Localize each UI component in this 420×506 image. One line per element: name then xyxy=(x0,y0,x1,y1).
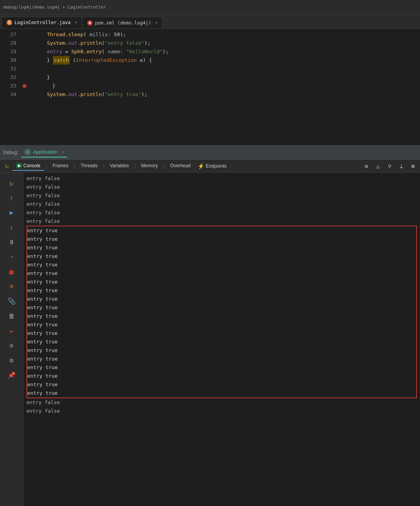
toolbar-right-icons: ≡ △ ▽ ⊥ ⊞ xyxy=(361,161,418,172)
debug-application-tab[interactable]: Application × xyxy=(21,147,67,158)
sidebar-down-btn[interactable]: ↓ xyxy=(5,220,19,234)
tab-frames[interactable]: Frames xyxy=(49,161,72,171)
sep2: | xyxy=(72,163,77,169)
sidebar-bookmark-btn[interactable]: 📎 xyxy=(5,294,19,308)
menu-button[interactable]: ≡ xyxy=(361,161,372,172)
tab-pom-xml[interactable]: m pom.xml (demo.log4j) × xyxy=(82,17,163,28)
code-line-27: Thread.sleep( millis: 50); xyxy=(23,30,417,39)
console-line-true-15: entry true xyxy=(27,346,416,355)
rerun-button[interactable]: ↻ xyxy=(2,161,12,172)
debug-toolbar: ↻ ▶ Console | Frames | Threads | Variabl… xyxy=(0,159,420,173)
highlighted-true-block: entry true entry true entry true entry t… xyxy=(26,226,417,398)
endpoints-label: Endpoints xyxy=(206,163,226,169)
editor-tab-bar: C LoginController.java × m pom.xml (demo… xyxy=(0,15,420,29)
console-line-true-1: entry true xyxy=(27,226,416,235)
memory-label: Memory xyxy=(141,163,158,168)
console-line-true-8: entry true xyxy=(27,286,416,295)
console-line-false-post-1: entry false xyxy=(26,398,417,407)
debug-sidebar: ↻ ↑ ▶ ↓ ⏸ ⇒ ■ ⊙ 📎 🗑 ✏ ⊙ ⚙ 📌 xyxy=(0,173,23,506)
code-line-28: System.out.println("entry false"); xyxy=(23,39,417,47)
tab-variables[interactable]: Variables xyxy=(106,161,133,171)
tab-console[interactable]: ▶ Console xyxy=(12,161,44,171)
nav-breadcrumb: debug/log4j/demo.log4j > LoginController xyxy=(3,5,106,10)
endpoints-button[interactable]: ⚡ Endpoints xyxy=(194,161,229,171)
maven-icon: m xyxy=(87,20,93,26)
tab-login-close[interactable]: × xyxy=(75,20,77,25)
code-line-31 xyxy=(23,65,417,73)
code-line-32: } xyxy=(23,73,417,82)
debug-tab-label: Application xyxy=(33,149,58,155)
tab-pom-close[interactable]: × xyxy=(155,20,158,25)
code-line-33: } xyxy=(23,82,417,90)
console-line-true-11: entry true xyxy=(27,312,416,320)
expand-button[interactable]: ⊞ xyxy=(408,161,418,172)
up-scroll-button[interactable]: △ xyxy=(373,161,383,172)
application-icon xyxy=(24,149,31,155)
sep1: | xyxy=(44,163,49,169)
sep3: | xyxy=(102,163,106,169)
variables-label: Variables xyxy=(110,163,129,168)
tab-threads[interactable]: Threads xyxy=(77,161,102,171)
console-line-false-post-2: entry false xyxy=(26,407,417,415)
code-line-30: } catch (InterruptedException e) { xyxy=(23,56,417,65)
sidebar-edit-btn[interactable]: ✏ xyxy=(5,324,19,338)
console-line-true-2: entry true xyxy=(27,235,416,243)
sidebar-refresh-btn[interactable]: ↻ xyxy=(5,176,19,190)
console-line-true-5: entry true xyxy=(27,261,416,269)
console-line-false-pre-6: entry false xyxy=(26,217,417,226)
console-line-true-10: entry true xyxy=(27,303,416,312)
main-area: ↻ ↑ ▶ ↓ ⏸ ⇒ ■ ⊙ 📎 🗑 ✏ ⊙ ⚙ 📌 entry false … xyxy=(0,173,420,506)
sidebar-pause-btn[interactable]: ⏸ xyxy=(5,235,19,249)
console-icon: ▶ xyxy=(16,163,22,168)
sidebar-camera-btn[interactable]: ⊙ xyxy=(5,279,19,293)
frames-label: Frames xyxy=(52,163,68,168)
console-line-false-pre-1: entry false xyxy=(26,174,417,183)
code-lines: Thread.sleep( millis: 50); System.out.pr… xyxy=(19,29,420,145)
threads-label: Threads xyxy=(80,163,98,168)
sidebar-up-btn[interactable]: ↑ xyxy=(5,191,19,205)
console-tab-area: ↻ ▶ Console | Frames | Threads | Variabl… xyxy=(2,161,418,172)
java-icon: C xyxy=(7,20,12,25)
sep5: | xyxy=(162,163,166,169)
sidebar-snapshot-btn[interactable]: ⊙ xyxy=(5,338,19,352)
tab-memory[interactable]: Memory xyxy=(137,161,162,171)
code-line-34: System.out.println("entry true"); xyxy=(23,90,417,99)
tab-login-controller[interactable]: C LoginController.java × xyxy=(2,17,82,28)
console-output[interactable]: entry false entry false entry false entr… xyxy=(23,173,420,506)
console-line-true-16: entry true xyxy=(27,355,416,363)
console-line-true-17: entry true xyxy=(27,363,416,372)
overhead-label: Overhead xyxy=(170,163,191,168)
console-line-false-pre-5: entry false xyxy=(26,208,417,217)
top-nav-bar: debug/log4j/demo.log4j > LoginController xyxy=(0,0,420,15)
tab-overhead[interactable]: Overhead xyxy=(166,161,194,171)
sidebar-resume-btn[interactable]: ▶ xyxy=(5,205,19,219)
console-line-true-13: entry true xyxy=(27,329,416,338)
console-line-true-7: entry true xyxy=(27,278,416,286)
console-line-true-9: entry true xyxy=(27,295,416,303)
console-line-true-14: entry true xyxy=(27,338,416,346)
sidebar-trash-btn[interactable]: 🗑 xyxy=(5,309,19,323)
console-line-false-pre-4: entry false xyxy=(26,200,417,208)
sidebar-step-btn[interactable]: ⇒ xyxy=(5,250,19,264)
sidebar-pin-btn[interactable]: 📌 xyxy=(5,368,19,382)
sidebar-stop-btn[interactable]: ■ xyxy=(5,264,19,278)
endpoints-icon: ⚡ xyxy=(198,163,204,169)
sidebar-settings-btn[interactable]: ⚙ xyxy=(5,353,19,367)
console-line-true-3: entry true xyxy=(27,243,416,252)
console-line-true-6: entry true xyxy=(27,269,416,278)
debug-bar: Debug: Application × xyxy=(0,145,420,159)
console-tab-label: Console xyxy=(23,163,40,168)
line-numbers: 27 28 29 30 31 32 33 34 xyxy=(0,29,19,145)
console-line-true-12: entry true xyxy=(27,320,416,329)
console-line-true-19: entry true xyxy=(27,380,416,389)
pin-button[interactable]: ⊥ xyxy=(396,161,407,172)
console-line-false-pre-2: entry false xyxy=(26,183,417,191)
code-line-29: entry = Sph0.entry( name: "HelloWorld"); xyxy=(23,47,417,56)
down-scroll-button[interactable]: ▽ xyxy=(384,161,395,172)
breakpoint-indicator xyxy=(23,84,26,88)
code-editor: 27 28 29 30 31 32 33 34 Thread.sleep( mi… xyxy=(0,29,420,145)
sep4: | xyxy=(133,163,137,169)
console-line-true-20: entry true xyxy=(27,389,416,397)
debug-tab-close[interactable]: × xyxy=(61,150,64,154)
debug-label: Debug: xyxy=(3,150,18,155)
